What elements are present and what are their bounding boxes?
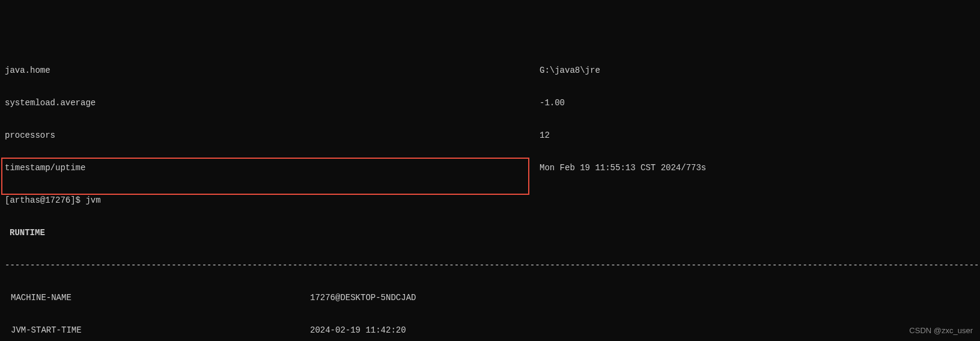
info-row: systemload.average-1.00 (5, 97, 975, 108)
runtime-key: MACHINE-NAME (5, 292, 310, 303)
prompt-prefix: [arthas@17276]$ (5, 195, 85, 206)
runtime-row: MACHINE-NAME17276@DESKTOP-5NDCJAD (5, 292, 975, 303)
info-key: java.home (5, 65, 540, 76)
info-row: processors12 (5, 130, 975, 141)
terminal-output[interactable]: java.homeG:\java8\jre systemload.average… (0, 43, 980, 341)
runtime-key: JVM-START-TIME (5, 325, 310, 336)
section-header-runtime: RUNTIME (5, 227, 975, 238)
command-input[interactable]: jvm (85, 195, 100, 206)
divider-line: ----------------------------------------… (5, 260, 975, 271)
runtime-row: JVM-START-TIME2024-02-19 11:42:20 (5, 325, 975, 336)
info-value: -1.00 (540, 97, 975, 108)
info-row: java.homeG:\java8\jre (5, 65, 975, 76)
prompt-line[interactable]: [arthas@17276]$ jvm (5, 195, 975, 206)
info-key: systemload.average (5, 97, 540, 108)
watermark-text: CSDN @zxc_user (909, 325, 973, 336)
info-key: timestamp/uptime (5, 162, 540, 173)
info-value: Mon Feb 19 11:55:13 CST 2024/773s (540, 162, 975, 173)
runtime-value: 17276@DESKTOP-5NDCJAD (310, 292, 975, 303)
runtime-value: 2024-02-19 11:42:20 (310, 325, 975, 336)
info-key: processors (5, 130, 540, 141)
info-row: timestamp/uptimeMon Feb 19 11:55:13 CST … (5, 162, 975, 173)
info-value: G:\java8\jre (540, 65, 975, 76)
info-value: 12 (540, 130, 975, 141)
